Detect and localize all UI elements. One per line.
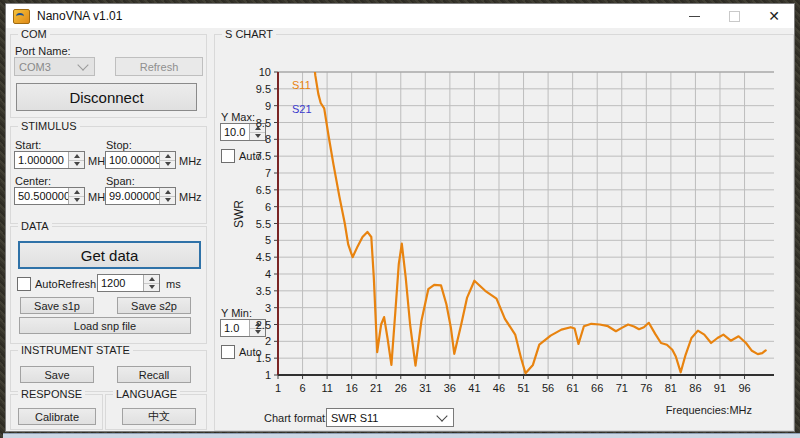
spin-up-icon[interactable]: [160, 188, 175, 196]
response-group-title: RESPONSE: [18, 388, 85, 400]
language-chinese-button[interactable]: 中文: [122, 408, 196, 425]
spin-up-icon[interactable]: [144, 275, 159, 283]
x-tick-label: 46: [493, 382, 505, 394]
disconnect-button[interactable]: Disconnect: [16, 83, 197, 111]
x-axis-title: Frequencies:MHz: [652, 404, 752, 416]
stop-input[interactable]: 100.000000: [105, 151, 176, 169]
y-tick-label: 2.5: [256, 319, 271, 331]
x-tick-label: 36: [444, 382, 456, 394]
app-window: NanoVNA v1.01 ✕ COM Port Name: COM3 Refr…: [5, 3, 795, 432]
response-group: RESPONSE Calibrate: [10, 394, 103, 430]
swr-chart: 109.598.587.576.565.554.543.532.521.5116…: [241, 63, 786, 401]
x-tick-label: 91: [714, 382, 726, 394]
minimize-icon: [689, 16, 700, 17]
x-tick-label: 51: [517, 382, 529, 394]
title-bar[interactable]: NanoVNA v1.01 ✕: [6, 4, 794, 28]
y-tick-label: 9.5: [256, 83, 271, 95]
chart-format-select[interactable]: SWR S11: [326, 408, 454, 427]
span-unit: MHz: [179, 191, 202, 203]
s11-trace: [311, 63, 765, 373]
x-tick-label: 66: [591, 382, 603, 394]
maximize-icon: [729, 11, 740, 22]
port-select-value: COM3: [15, 61, 79, 73]
y-tick-label: 5.5: [256, 218, 271, 230]
x-tick-label: 41: [468, 382, 480, 394]
stimulus-group: STIMULUS Start: 1.000000 MHz Stop: 100.0…: [10, 126, 207, 224]
x-tick-label: 86: [689, 382, 701, 394]
interval-input[interactable]: 1200: [97, 274, 160, 292]
chevron-down-icon: [436, 410, 447, 421]
y-tick-label: 4.5: [256, 251, 271, 263]
x-tick-label: 76: [640, 382, 652, 394]
calibrate-button[interactable]: Calibrate: [18, 408, 96, 425]
spin-up-icon[interactable]: [69, 188, 84, 196]
x-tick-label: 1: [275, 382, 281, 394]
interval-value: 1200: [98, 275, 143, 291]
center-value: 50.500000: [15, 188, 68, 204]
refresh-button[interactable]: Refresh: [115, 57, 203, 76]
start-label: Start:: [15, 139, 41, 151]
x-tick-label: 31: [419, 382, 431, 394]
spin-up-icon[interactable]: [69, 152, 84, 160]
y-tick-label: 4: [265, 268, 271, 280]
autorefresh-checkbox[interactable]: [17, 277, 31, 291]
x-tick-label: 21: [370, 382, 382, 394]
maximize-button[interactable]: [714, 4, 754, 28]
instrument-state-title: INSTRUMENT STATE: [18, 344, 133, 356]
state-save-button[interactable]: Save: [20, 366, 94, 383]
data-group-title: DATA: [18, 220, 52, 232]
port-select[interactable]: COM3: [14, 57, 95, 76]
y-tick-label: 10: [259, 66, 271, 78]
window-title: NanoVNA v1.01: [37, 9, 122, 23]
stop-unit: MHz: [179, 155, 202, 167]
x-tick-label: 11: [321, 382, 332, 394]
instrument-state-group: INSTRUMENT STATE Save Recall: [10, 350, 207, 392]
y-tick-label: 2: [265, 335, 271, 347]
spin-up-icon[interactable]: [160, 152, 175, 160]
stop-value: 100.000000: [106, 152, 159, 168]
start-value: 1.000000: [15, 152, 68, 168]
minimize-button[interactable]: [674, 4, 714, 28]
span-input[interactable]: 99.000000: [105, 187, 176, 205]
start-input[interactable]: 1.000000: [14, 151, 85, 169]
x-tick-label: 6: [299, 382, 305, 394]
legend-s11: S11: [292, 79, 311, 91]
y-tick-label: 1: [265, 369, 271, 381]
com-group-title: COM: [18, 28, 50, 40]
state-recall-button[interactable]: Recall: [117, 366, 191, 383]
close-icon: ✕: [768, 9, 780, 23]
spin-down-icon[interactable]: [69, 160, 84, 169]
spin-down-icon[interactable]: [69, 196, 84, 205]
span-label: Span:: [106, 175, 135, 187]
y-tick-label: 1.5: [256, 352, 271, 364]
chevron-down-icon: [77, 59, 88, 70]
autorefresh-label: AutoRefresh: [35, 278, 96, 290]
desktop-bottom-strip: [3, 433, 800, 438]
y-tick-label: 9: [265, 100, 271, 112]
y-tick-label: 3: [265, 302, 271, 314]
y-tick-label: 6.5: [256, 184, 271, 196]
legend-s21: S21: [292, 103, 312, 115]
y-tick-label: 7.5: [256, 150, 271, 162]
load-snp-file-button[interactable]: Load snp file: [19, 317, 191, 334]
ymin-auto-checkbox[interactable]: [221, 345, 235, 359]
x-tick-label: 81: [665, 382, 677, 394]
save-s1p-button[interactable]: Save s1p: [20, 297, 94, 314]
get-data-button[interactable]: Get data: [18, 241, 201, 269]
ymax-auto-checkbox[interactable]: [221, 149, 235, 163]
com-group: COM Port Name: COM3 Refresh Disconnect: [10, 34, 207, 118]
close-button[interactable]: ✕: [754, 4, 794, 28]
save-s2p-button[interactable]: Save s2p: [117, 297, 191, 314]
spin-down-icon[interactable]: [160, 196, 175, 205]
s-chart-group-title: S CHART: [222, 28, 276, 40]
x-tick-label: 61: [567, 382, 579, 394]
x-tick-label: 71: [616, 382, 628, 394]
y-tick-label: 8: [265, 133, 271, 145]
stop-label: Stop:: [106, 139, 132, 151]
language-group-title: LANGUAGE: [113, 388, 180, 400]
spin-down-icon[interactable]: [144, 283, 159, 292]
center-input[interactable]: 50.500000: [14, 187, 85, 205]
y-tick-label: 5: [265, 234, 271, 246]
app-icon: [13, 9, 30, 24]
spin-down-icon[interactable]: [160, 160, 175, 169]
